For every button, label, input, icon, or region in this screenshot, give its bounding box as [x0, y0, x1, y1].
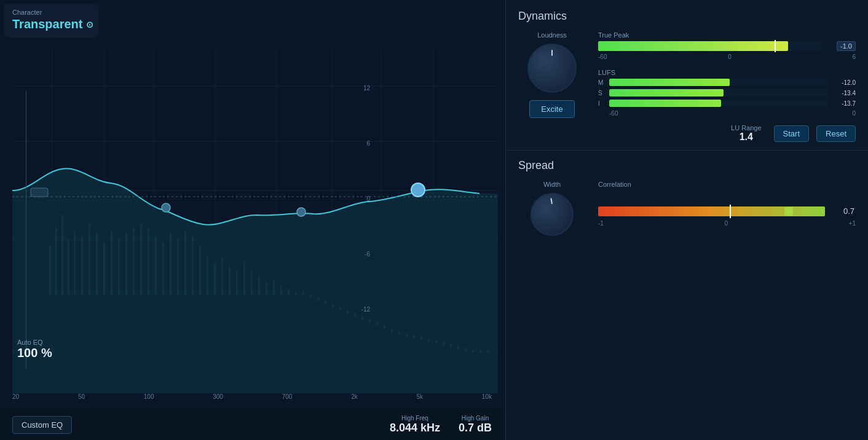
width-knob[interactable] [531, 193, 574, 236]
dynamics-section: Dynamics Loudness Excite True Peak [506, 0, 868, 151]
true-peak-axis-min: -60 [598, 53, 607, 60]
lufs-row-s: S -13.4 [598, 89, 856, 96]
character-label: Character [12, 9, 90, 16]
y-label-neg6: -6 [365, 251, 370, 257]
high-gain-value: 0.7 dB [459, 422, 492, 434]
custom-eq-button[interactable]: Custom EQ [12, 416, 72, 434]
meters-area: True Peak -1.0 -60 0 6 [598, 31, 856, 143]
lufs-m-bar [609, 79, 730, 86]
lufs-i-bar [609, 100, 721, 107]
lufs-axis-max: 0 [852, 110, 856, 117]
freq-label-700: 700 [282, 393, 293, 400]
freq-label-50: 50 [78, 393, 85, 400]
lufs-axis: -60 0 [598, 110, 856, 117]
true-peak-marker [775, 40, 776, 52]
character-arrow-icon[interactable]: ⊙ [86, 20, 93, 29]
lufs-axis-min: -60 [609, 110, 618, 117]
lu-range-block: LU Range 1.4 [731, 124, 762, 143]
spread-content: Width Correlation 0.7 -1 [518, 181, 856, 236]
true-peak-bar [598, 41, 788, 51]
dynamics-title: Dynamics [518, 10, 856, 23]
svg-point-79 [411, 183, 425, 197]
lufs-s-bar-wrap [609, 89, 829, 96]
y-label-0: 0 [366, 195, 370, 202]
high-gain-param: High Gain 0.7 dB [459, 415, 492, 434]
corr-axis-min: -1 [598, 220, 604, 227]
high-gain-label: High Gain [459, 415, 492, 422]
character-name[interactable]: Transparent ⊙ [12, 17, 90, 31]
correlation-indicator [784, 207, 793, 216]
correlation-axis: -1 0 +1 [598, 220, 856, 227]
bottom-params: High Freq 8.044 kHz High Gain 0.7 dB [390, 415, 492, 434]
lufs-i-value: -13.7 [832, 100, 856, 107]
svg-point-78 [297, 208, 306, 216]
correlation-value: 0.7 [843, 206, 854, 216]
lu-range-label: LU Range [731, 124, 762, 132]
true-peak-value: -1.0 [837, 41, 856, 51]
loudness-area: Loudness Excite [518, 31, 586, 143]
true-peak-label: True Peak [598, 31, 856, 39]
lufs-s-label: S [598, 90, 606, 96]
lufs-s-value: -13.4 [832, 90, 856, 96]
reset-button[interactable]: Reset [816, 125, 856, 142]
freq-label-10k: 10k [482, 393, 492, 400]
lufs-m-bar-wrap [609, 79, 829, 86]
lufs-i-bar-wrap [609, 100, 829, 107]
width-area: Width [518, 181, 586, 236]
lu-range-area: LU Range 1.4 Start Reset [598, 124, 856, 143]
lufs-row-i: I -13.7 [598, 100, 856, 107]
lufs-i-label: I [598, 100, 606, 107]
freq-label-5k: 5k [416, 393, 423, 400]
bottom-bar: Custom EQ High Freq 8.044 kHz High Gain … [0, 409, 504, 440]
lufs-label: LUFS [598, 69, 856, 76]
character-name-text: Transparent [12, 17, 82, 31]
y-label-neg12: -12 [361, 306, 370, 313]
width-label: Width [543, 181, 561, 188]
true-peak-axis-max: 6 [852, 53, 856, 60]
freq-label-2k: 2k [351, 393, 358, 400]
start-button[interactable]: Start [774, 125, 809, 142]
auto-eq-label: Auto EQ [17, 339, 52, 346]
high-freq-value: 8.044 kHz [390, 422, 440, 434]
high-freq-param: High Freq 8.044 kHz [390, 415, 440, 434]
loudness-knob[interactable] [527, 44, 577, 93]
right-panel: Dynamics Loudness Excite True Peak [505, 0, 868, 440]
freq-label-100: 100 [144, 393, 154, 400]
lu-range-value: 1.4 [731, 132, 762, 143]
y-axis [26, 91, 26, 369]
lufs-row-m: M -12.0 [598, 79, 856, 86]
correlation-bar [598, 206, 825, 216]
svg-rect-80 [31, 188, 48, 197]
true-peak-axis-mid: 0 [728, 53, 732, 60]
character-panel: Character Transparent ⊙ [4, 4, 98, 37]
y-label-12: 12 [363, 85, 370, 92]
auto-eq-panel: Auto EQ 100 % [17, 339, 52, 360]
lufs-m-value: -12.0 [832, 79, 856, 86]
y-label-6: 6 [366, 140, 370, 147]
freq-axis-labels: 20 50 100 300 700 2k 5k 10k [12, 393, 492, 400]
freq-label-20: 20 [12, 393, 19, 400]
excite-button[interactable]: Excite [529, 100, 574, 118]
lufs-m-label: M [598, 79, 606, 86]
corr-axis-mid: 0 [724, 220, 728, 227]
width-knob-tick [550, 198, 553, 204]
spread-title: Spread [518, 159, 856, 172]
correlation-area: Correlation 0.7 -1 0 +1 [598, 181, 856, 236]
eq-graph[interactable] [12, 49, 498, 393]
lufs-s-bar [609, 89, 724, 96]
freq-label-300: 300 [213, 393, 223, 400]
dynamics-content: Loudness Excite True Peak -1.0 [518, 31, 856, 143]
high-freq-label: High Freq [390, 415, 440, 422]
true-peak-axis: -60 0 6 [598, 53, 856, 60]
correlation-label: Correlation [598, 181, 856, 188]
spread-section: Spread Width Correlation 0.7 [506, 151, 868, 245]
corr-axis-max: +1 [849, 220, 856, 227]
lufs-section: LUFS M -12.0 S -13.4 [598, 69, 856, 117]
true-peak-section: True Peak -1.0 -60 0 6 [598, 31, 856, 60]
loudness-label: Loudness [537, 31, 567, 39]
true-peak-bar-wrap [598, 41, 822, 51]
loudness-knob-tick [551, 50, 553, 56]
auto-eq-value: 100 % [17, 346, 52, 360]
svg-point-77 [162, 203, 170, 212]
correlation-marker [730, 205, 731, 218]
